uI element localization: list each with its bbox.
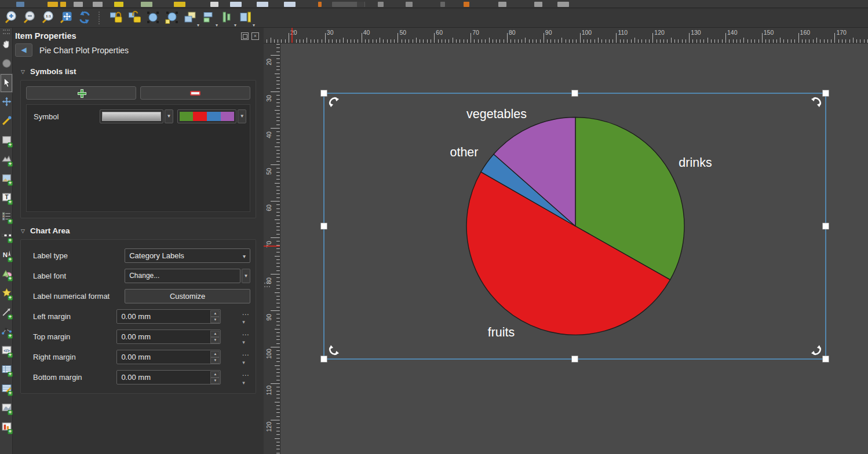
bottom-margin-spinbox[interactable]: 0.00 mm▲▼: [116, 370, 221, 385]
close-panel-icon[interactable]: ×: [251, 32, 259, 40]
unlock-all-items-button[interactable]: [126, 10, 143, 27]
selection-handle[interactable]: [321, 356, 327, 363]
add-picture-button[interactable]: +: [0, 169, 13, 188]
color-ramp-button[interactable]: [177, 109, 236, 123]
ruler-tick: [493, 39, 493, 43]
align-items-button[interactable]: [200, 10, 217, 27]
zoom-tool-button[interactable]: [0, 54, 13, 74]
add-shape-button[interactable]: +: [0, 265, 13, 284]
toolbar-grip[interactable]: [3, 30, 10, 34]
symbol-preview-button[interactable]: [100, 109, 163, 123]
selection-handle[interactable]: [572, 90, 578, 97]
right-margin-spinbox[interactable]: 0.00 mm▲▼: [116, 350, 221, 364]
clipped-toolbar-icon: [210, 2, 218, 7]
rotation-handle-icon[interactable]: [811, 97, 822, 108]
add-plot-button[interactable]: +: [0, 418, 13, 437]
symbols-list-group-header[interactable]: ▽ Symbols list: [13, 61, 264, 79]
symbol-dropdown-arrow[interactable]: ▼: [165, 109, 173, 123]
spin-down-arrow[interactable]: ▼: [210, 317, 220, 323]
float-panel-icon[interactable]: [241, 32, 249, 40]
add-3d-map-button[interactable]: +: [0, 150, 13, 169]
ruler-tick: [276, 197, 280, 198]
cursor-position-marker: [291, 28, 293, 43]
label-font-button[interactable]: Change...: [125, 269, 240, 283]
ruler-label: 80: [265, 272, 273, 290]
customize-format-button[interactable]: Customize: [125, 289, 250, 303]
raise-items-button[interactable]: [181, 10, 199, 27]
add-marker-button[interactable]: +: [0, 284, 13, 303]
ruler-tick: [776, 39, 777, 43]
add-north-arrow-button[interactable]: N+: [0, 246, 13, 265]
ruler-tick: [499, 39, 500, 43]
add-scalebar-button[interactable]: +: [0, 226, 13, 246]
data-defined-override-button[interactable]: …▾: [242, 308, 250, 325]
layout-canvas[interactable]: drinksfruitsothervegetables: [280, 43, 868, 454]
add-map-button[interactable]: +: [0, 131, 13, 150]
rotation-handle-icon[interactable]: [329, 345, 340, 356]
symbol-label: Symbol: [30, 112, 100, 121]
zoom-out-button[interactable]: [20, 10, 38, 27]
selection-handle[interactable]: [321, 90, 327, 97]
clipped-toolbar-icon: [257, 2, 268, 7]
spin-up-arrow[interactable]: ▲: [210, 310, 220, 317]
rotation-handle-icon[interactable]: [811, 345, 822, 356]
add-attribute-table-button[interactable]: +: [0, 360, 13, 379]
ruler-label: 90: [265, 309, 273, 326]
pie-chart-item[interactable]: drinksfruitsothervegetables: [450, 107, 712, 339]
selection-handle[interactable]: [572, 356, 578, 363]
spin-up-arrow[interactable]: ▲: [210, 331, 220, 337]
label-type-combobox[interactable]: Category Labels: [125, 248, 250, 263]
control-cell: Customize: [125, 289, 250, 303]
selection-handle[interactable]: [823, 90, 829, 97]
add-symbol-button[interactable]: [26, 86, 136, 100]
move-item-content-tool-button[interactable]: [0, 93, 13, 112]
add-arrow-button[interactable]: +: [0, 303, 13, 322]
ruler-tick: [798, 33, 799, 43]
spin-down-arrow[interactable]: ▼: [210, 378, 220, 384]
zoom-full-extent-button[interactable]: [57, 10, 75, 27]
add-label-button[interactable]: T+: [0, 188, 13, 207]
lock-selected-items-button[interactable]: [107, 10, 125, 27]
ruler-tick: [376, 39, 377, 43]
data-defined-override-button[interactable]: …▾: [242, 349, 250, 366]
remove-symbol-button[interactable]: [140, 86, 250, 100]
ruler-tick: [276, 102, 280, 103]
rotation-handle-icon[interactable]: [329, 97, 340, 108]
chart-area-group-header[interactable]: ▽ Chart Area: [13, 221, 264, 238]
zoom-in-button[interactable]: [2, 10, 19, 27]
ruler-tick: [431, 39, 431, 43]
edit-nodes-tool-button[interactable]: [0, 112, 13, 131]
pan-tool-button[interactable]: [0, 35, 13, 54]
back-button[interactable]: ◀: [15, 43, 32, 57]
add-html-button[interactable]: </>+: [0, 341, 13, 360]
label-font-dropdown-arrow[interactable]: ▼: [242, 269, 250, 283]
ruler-tick: [276, 58, 280, 59]
ungroup-items-button[interactable]: [163, 10, 180, 27]
layout-actions-toolbar: 1:1: [0, 9, 868, 28]
data-defined-override-button[interactable]: …▾: [242, 369, 250, 386]
left-margin-spinbox[interactable]: 0.00 mm▲▼: [116, 309, 221, 324]
ruler-tick: [314, 39, 315, 43]
group-items-button[interactable]: [144, 10, 162, 27]
spin-up-arrow[interactable]: ▲: [210, 371, 220, 378]
ruler-tick: [394, 39, 395, 43]
data-defined-override-button[interactable]: …▾: [242, 328, 250, 346]
add-legend-button[interactable]: +: [0, 207, 13, 226]
ramp-dropdown-arrow[interactable]: ▼: [238, 109, 246, 123]
spin-down-arrow[interactable]: ▼: [210, 337, 220, 343]
selection-handle[interactable]: [321, 223, 327, 229]
spin-down-arrow[interactable]: ▼: [210, 357, 220, 364]
selection-handle[interactable]: [823, 356, 829, 363]
distribute-items-button[interactable]: [218, 10, 236, 27]
refresh-view-button[interactable]: [76, 10, 93, 27]
add-fixed-table-button[interactable]: +: [0, 379, 13, 398]
symbols-list-widget[interactable]: Symbol ▼ ▼: [26, 104, 250, 212]
resize-items-button[interactable]: [237, 10, 254, 27]
zoom-actual-size-button[interactable]: 1:1: [39, 10, 56, 27]
add-elevation-profile-button[interactable]: +: [0, 398, 13, 418]
selection-handle[interactable]: [823, 223, 829, 229]
add-node-item-button[interactable]: +: [0, 322, 13, 341]
top-margin-spinbox[interactable]: 0.00 mm▲▼: [116, 329, 221, 344]
select-move-item-tool-button[interactable]: [0, 74, 13, 93]
spin-up-arrow[interactable]: ▲: [210, 351, 220, 357]
